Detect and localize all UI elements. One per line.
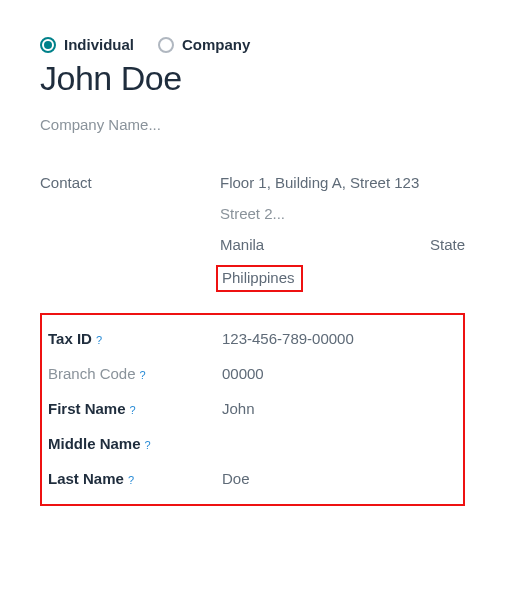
branch-code-label: Branch Code ? [48,365,222,382]
contact-form: Individual Company John Doe Company Name… [0,0,505,546]
radio-company[interactable]: Company [158,36,250,53]
first-name-row: First Name ? John [48,391,457,426]
help-icon[interactable]: ? [145,439,151,451]
street2-input[interactable]: Street 2... [220,205,465,222]
branch-code-input[interactable]: 00000 [222,365,457,382]
middle-name-row: Middle Name ? [48,426,457,461]
contact-label: Contact [40,167,220,299]
middle-name-label: Middle Name ? [48,435,222,452]
state-input[interactable]: State [430,236,465,253]
first-name-input[interactable]: John [222,400,457,417]
first-name-label: First Name ? [48,400,222,417]
radio-icon [40,37,56,53]
tax-id-label: Tax ID ? [48,330,222,347]
city-input[interactable]: Manila [220,236,264,253]
address-fields: Floor 1, Building A, Street 123 Street 2… [220,167,465,299]
tax-id-row: Tax ID ? 123-456-789-00000 [48,321,457,356]
radio-individual-label: Individual [64,36,134,53]
radio-icon [158,37,174,53]
branch-code-row: Branch Code ? 00000 [48,356,457,391]
last-name-input[interactable]: Doe [222,470,457,487]
company-type-radios: Individual Company [40,36,465,53]
help-icon[interactable]: ? [128,474,134,486]
tax-id-input[interactable]: 123-456-789-00000 [222,330,457,347]
ph-fields-section: Tax ID ? 123-456-789-00000 Branch Code ?… [40,313,465,506]
help-icon[interactable]: ? [140,369,146,381]
last-name-row: Last Name ? Doe [48,461,457,496]
help-icon[interactable]: ? [130,404,136,416]
last-name-label: Last Name ? [48,470,222,487]
radio-individual[interactable]: Individual [40,36,134,53]
help-icon[interactable]: ? [96,334,102,346]
company-name-input[interactable]: Company Name... [40,116,465,133]
street1-input[interactable]: Floor 1, Building A, Street 123 [220,174,465,191]
country-input[interactable]: Philippines [216,265,303,292]
contact-name-input[interactable]: John Doe [40,59,465,98]
radio-company-label: Company [182,36,250,53]
address-section: Contact Floor 1, Building A, Street 123 … [40,167,465,299]
